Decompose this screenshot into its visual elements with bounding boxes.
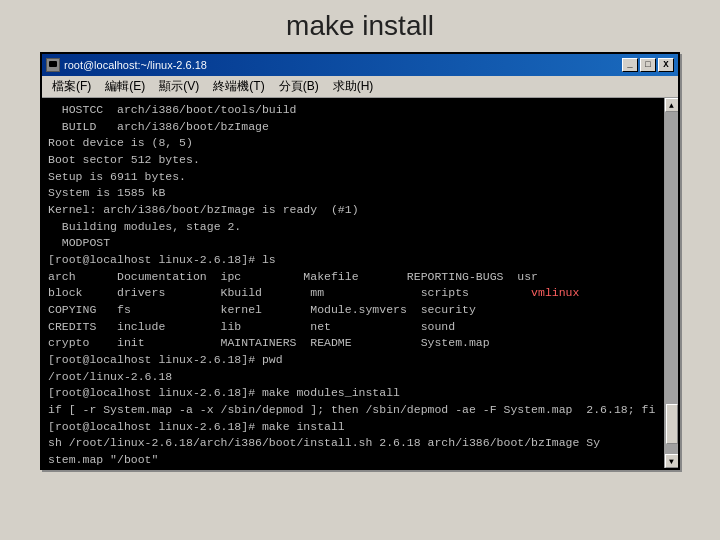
scrollbar[interactable]: ▲ ▼ <box>664 98 678 468</box>
window-icon <box>46 58 60 72</box>
menu-view[interactable]: 顯示(V) <box>153 76 205 97</box>
svg-rect-1 <box>49 61 57 67</box>
scroll-thumb[interactable] <box>666 404 678 444</box>
menu-tabs[interactable]: 分頁(B) <box>273 76 325 97</box>
minimize-button[interactable]: _ <box>622 58 638 72</box>
close-button[interactable]: X <box>658 58 674 72</box>
terminal-window: root@localhost:~/linux-2.6.18 _ □ X 檔案(F… <box>40 52 680 470</box>
title-bar-text: root@localhost:~/linux-2.6.18 <box>64 59 207 71</box>
menu-bar: 檔案(F) 編輯(E) 顯示(V) 終端機(T) 分頁(B) 求助(H) <box>42 76 678 98</box>
menu-help[interactable]: 求助(H) <box>327 76 380 97</box>
terminal-output[interactable]: HOSTCC arch/i386/boot/tools/build BUILD … <box>42 98 678 468</box>
scroll-up-button[interactable]: ▲ <box>665 98 679 112</box>
menu-edit[interactable]: 編輯(E) <box>99 76 151 97</box>
svg-rect-2 <box>50 68 56 69</box>
terminal-container: HOSTCC arch/i386/boot/tools/build BUILD … <box>42 98 678 468</box>
scroll-down-button[interactable]: ▼ <box>665 454 679 468</box>
title-bar-buttons: _ □ X <box>622 58 674 72</box>
menu-terminal[interactable]: 終端機(T) <box>207 76 270 97</box>
menu-file[interactable]: 檔案(F) <box>46 76 97 97</box>
maximize-button[interactable]: □ <box>640 58 656 72</box>
scroll-track <box>665 112 678 454</box>
page-title: make install <box>286 10 434 42</box>
title-bar: root@localhost:~/linux-2.6.18 _ □ X <box>42 54 678 76</box>
title-bar-left: root@localhost:~/linux-2.6.18 <box>46 58 207 72</box>
